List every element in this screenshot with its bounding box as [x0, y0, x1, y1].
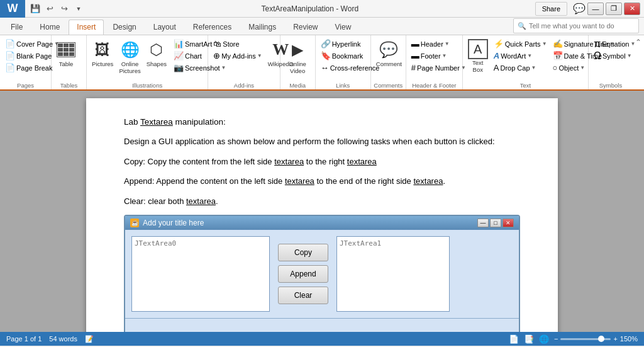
- illustrations-group: 🖼 Pictures 🌐 Online Pictures ⬡ Shapes 📊 …: [87, 35, 208, 89]
- screenshot-icon: 📷: [174, 63, 184, 72]
- swing-close-button[interactable]: ✕: [502, 219, 514, 227]
- pictures-button[interactable]: 🖼 Pictures: [89, 38, 116, 69]
- quick-parts-icon: ⚡: [494, 39, 504, 48]
- restore-button[interactable]: ❐: [606, 3, 622, 15]
- online-video-button[interactable]: ▶ Online Video: [283, 38, 313, 76]
- search-icon: 🔍: [518, 22, 526, 30]
- document-area: Lab Textarea manipulation: Design a GUI …: [0, 91, 644, 332]
- status-bar: Page 1 of 1 54 words 📝 📄 📑 🌐 − + 150%: [0, 332, 644, 346]
- store-icon: 🛍: [213, 39, 221, 48]
- status-left: Page 1 of 1 54 words 📝: [6, 335, 94, 343]
- equation-button[interactable]: π Equation ▼: [591, 38, 638, 50]
- tab-design[interactable]: Design: [104, 20, 144, 35]
- store-button[interactable]: 🛍 Store: [211, 38, 264, 50]
- header-button[interactable]: ▬ Header ▼: [409, 38, 469, 50]
- view-web-icon[interactable]: 🌐: [539, 334, 549, 344]
- swing-footer: [125, 318, 519, 332]
- links-group: 🔗 Hyperlink 🔖 Bookmark ↔ Cross-reference…: [316, 35, 371, 89]
- zoom-thumb[interactable]: [598, 336, 604, 342]
- title-bar: W 💾 ↩ ↪ ▼ TextAreaManipulation - Word Sh…: [0, 0, 644, 18]
- drop-cap-label: Drop Cap: [500, 64, 530, 72]
- wordart-button[interactable]: A WordArt ▼: [491, 50, 550, 62]
- tables-group-label: Tables: [54, 80, 84, 89]
- doc-para4: Clear: clear both textarea.: [124, 195, 520, 208]
- doc-para1: Design a GUI application as shown below …: [124, 135, 520, 148]
- online-video-label: Online Video: [286, 60, 310, 75]
- text-box-button[interactable]: A Text Box: [465, 38, 491, 75]
- drop-cap-button[interactable]: A Drop Cap ▼: [491, 62, 550, 74]
- tab-view[interactable]: View: [327, 20, 360, 35]
- text-box-icon: A: [468, 39, 488, 59]
- shapes-button[interactable]: ⬡ Shapes: [144, 38, 169, 69]
- drop-cap-icon: A: [494, 63, 499, 72]
- footer-button[interactable]: ▬ Footer ▼: [409, 50, 469, 62]
- close-button[interactable]: ✕: [624, 3, 640, 15]
- shapes-icon: ⬡: [150, 39, 163, 60]
- online-pictures-label: Online Pictures: [119, 60, 140, 75]
- swing-window-controls: — □ ✕: [477, 219, 514, 227]
- doc-para2: Copy: Copy the content from the left sid…: [124, 156, 520, 168]
- online-pictures-button[interactable]: 🌐 Online Pictures: [116, 38, 143, 76]
- word-count: 54 words: [49, 335, 77, 343]
- addins-label: Add-ins: [211, 80, 277, 89]
- symbol-icon: Ω: [594, 50, 601, 62]
- minimize-button[interactable]: —: [587, 3, 604, 15]
- symbols-small: π Equation ▼ Ω Symbol ▼: [591, 38, 638, 62]
- swing-restore-button[interactable]: □: [490, 219, 501, 227]
- view-print-icon[interactable]: 📄: [509, 334, 519, 344]
- comment-button[interactable]: 💬 Comment: [374, 38, 404, 69]
- share-label: Share: [542, 5, 560, 13]
- hyperlink-icon: 🔗: [321, 39, 331, 48]
- comment-toggle-button[interactable]: 💬: [573, 3, 586, 14]
- cover-page-icon: 📄: [5, 39, 15, 48]
- share-button[interactable]: Share: [535, 2, 567, 16]
- window-controls: Share 💬 — ❐ ✕: [531, 2, 644, 16]
- quick-access-toolbar: 💾 ↩ ↪ ▼: [25, 3, 89, 15]
- header-footer-group: ▬ Header ▼ ▬ Footer ▼ # Page Number ▼ He…: [406, 35, 463, 89]
- append-button[interactable]: Append: [278, 265, 328, 283]
- wordart-icon: A: [494, 51, 499, 60]
- zoom-slider[interactable]: [560, 338, 611, 340]
- tab-layout[interactable]: Layout: [145, 20, 184, 35]
- text-group: A Text Box ⚡ Quick Parts ▼ A WordArt ▼ A…: [463, 35, 589, 89]
- view-read-icon[interactable]: 📑: [524, 334, 534, 344]
- redo-button[interactable]: ↪: [58, 3, 70, 15]
- tab-file[interactable]: File: [3, 20, 31, 35]
- tab-references[interactable]: References: [185, 20, 240, 35]
- swing-minimize-button[interactable]: —: [477, 219, 489, 227]
- swing-titlebar: ☕ Add your title here — □ ✕: [125, 216, 519, 230]
- zoom-level: 150%: [620, 335, 638, 343]
- symbols-label: Symbols: [591, 80, 630, 89]
- symbol-button[interactable]: Ω Symbol ▼: [591, 50, 638, 62]
- swing-jtextarea0[interactable]: [131, 236, 270, 312]
- swing-jtextarea1[interactable]: [336, 236, 450, 312]
- tab-mailings[interactable]: Mailings: [240, 20, 284, 35]
- search-box[interactable]: 🔍: [513, 18, 639, 33]
- clear-button[interactable]: Clear: [278, 287, 328, 304]
- page-break-icon: 📄: [5, 63, 15, 72]
- zoom-out-button[interactable]: −: [554, 335, 558, 343]
- status-right: 📄 📑 🌐 − + 150%: [509, 334, 638, 344]
- tab-insert[interactable]: Insert: [69, 20, 104, 35]
- ribbon: 📄 Cover Page ▼ 📄 Blank Page 📄 Page Break…: [0, 35, 644, 91]
- comments-items: 💬 Comment: [374, 37, 403, 80]
- text-small: ⚡ Quick Parts ▼ A WordArt ▼ A Drop Cap ▼: [491, 38, 550, 74]
- undo-button[interactable]: ↩: [43, 3, 56, 15]
- pictures-label: Pictures: [92, 60, 113, 67]
- search-input[interactable]: [529, 22, 635, 30]
- bookmark-icon: 🔖: [321, 51, 331, 60]
- page-number-button[interactable]: # Page Number ▼: [409, 62, 469, 74]
- tab-review[interactable]: Review: [285, 20, 326, 35]
- my-addins-button[interactable]: ⊕ My Add-ins ▼: [211, 50, 264, 62]
- copy-button[interactable]: Copy: [278, 244, 328, 261]
- signature-line-icon: ✍: [553, 39, 563, 48]
- cross-reference-icon: ↔: [321, 63, 329, 72]
- save-button[interactable]: 💾: [29, 3, 42, 15]
- doc-para3: Append: Append the content on the left s…: [124, 175, 520, 188]
- quick-parts-button[interactable]: ⚡ Quick Parts ▼: [491, 38, 550, 50]
- customize-button[interactable]: ▼: [72, 3, 85, 15]
- zoom-in-button[interactable]: +: [613, 335, 617, 343]
- tables-items: Table: [54, 37, 84, 80]
- tab-home[interactable]: Home: [31, 20, 68, 35]
- table-button[interactable]: Table: [54, 38, 78, 69]
